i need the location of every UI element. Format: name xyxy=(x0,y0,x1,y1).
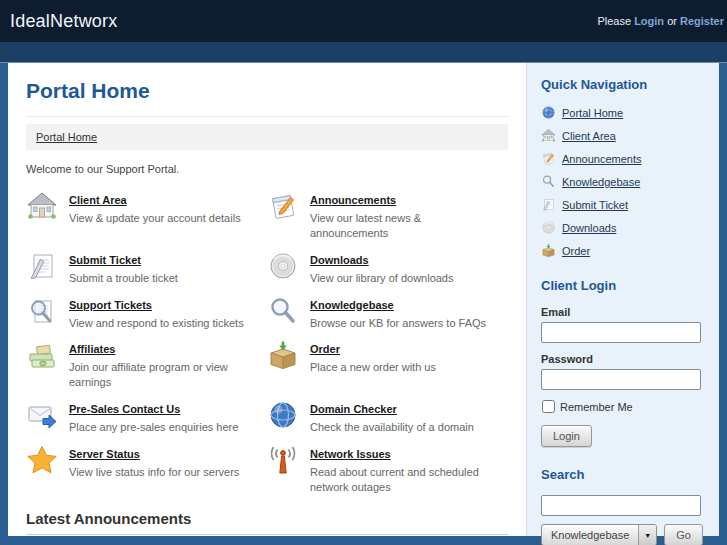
sidebar-item-knowledgebase[interactable]: Knowledgebase xyxy=(541,174,705,189)
search-heading: Search xyxy=(541,467,705,482)
grid-item-order: Order Place a new order with us xyxy=(267,339,508,390)
grid-item-presales-contact: Pre-Sales Contact Us Place any pre-sales… xyxy=(26,399,267,435)
knowledgebase-desc: Browse our KB for answers to FAQs xyxy=(310,316,500,331)
domain-checker-desc: Check the availability of a domain xyxy=(310,420,488,435)
globe-icon xyxy=(267,399,299,431)
sidebar-item-downloads[interactable]: Downloads xyxy=(541,220,705,235)
latest-announcements-heading: Latest Announcements xyxy=(26,510,508,535)
network-issues-link[interactable]: Network Issues xyxy=(310,448,391,460)
package-icon xyxy=(541,243,556,258)
grid-item-submit-ticket: Submit Ticket Submit a trouble ticket xyxy=(26,250,267,286)
downloads-link[interactable]: Downloads xyxy=(310,254,369,266)
antenna-icon xyxy=(267,444,299,476)
sidebar-knowledgebase-link[interactable]: Knowledgebase xyxy=(562,176,640,188)
sidebar-downloads-link[interactable]: Downloads xyxy=(562,222,616,234)
go-button[interactable]: Go xyxy=(664,524,703,545)
breadcrumb-portal-home-link[interactable]: Portal Home xyxy=(36,131,97,143)
support-tickets-link[interactable]: Support Tickets xyxy=(69,299,152,311)
page-title: Portal Home xyxy=(26,79,508,117)
welcome-text: Welcome to our Support Portal. xyxy=(26,163,508,175)
disc-icon xyxy=(541,220,556,235)
house-icon xyxy=(541,128,556,143)
email-field[interactable] xyxy=(541,322,701,343)
downloads-desc: View our library of downloads xyxy=(310,271,467,286)
write-note-icon xyxy=(26,250,58,282)
globe-icon xyxy=(541,105,556,120)
grid-item-network-issues: Network Issues Read about current and sc… xyxy=(267,444,508,495)
sidebar-order-link[interactable]: Order xyxy=(562,245,590,257)
submit-ticket-link[interactable]: Submit Ticket xyxy=(69,254,141,266)
search-category-select[interactable]: Knowledgebase ▼ xyxy=(541,524,657,545)
announcements-link[interactable]: Announcements xyxy=(310,194,396,206)
please-text: Please xyxy=(597,15,631,27)
sidebar-item-submit-ticket[interactable]: Submit Ticket xyxy=(541,197,705,212)
sidebar-announcements-link[interactable]: Announcements xyxy=(562,153,642,165)
grid-row: Pre-Sales Contact Us Place any pre-sales… xyxy=(26,399,508,435)
affiliates-link[interactable]: Affiliates xyxy=(69,343,115,355)
password-label: Password xyxy=(541,353,705,365)
money-icon xyxy=(26,339,58,371)
network-issues-desc: Read about current and scheduled network… xyxy=(310,465,508,495)
grid-row: Server Status View live status info for … xyxy=(26,444,508,495)
chevron-down-icon: ▼ xyxy=(638,525,656,545)
grid-row: Affiliates Join our affiliate program or… xyxy=(26,339,508,390)
server-status-link[interactable]: Server Status xyxy=(69,448,140,460)
magnifier-icon xyxy=(541,174,556,189)
sidebar-portal-home-link[interactable]: Portal Home xyxy=(562,107,623,119)
star-icon xyxy=(26,444,58,476)
grid-item-knowledgebase: Knowledgebase Browse our KB for answers … xyxy=(267,295,508,331)
knowledgebase-link[interactable]: Knowledgebase xyxy=(310,299,394,311)
main-content: Portal Home Portal Home Welcome to our S… xyxy=(8,63,526,536)
grid-item-affiliates: Affiliates Join our affiliate program or… xyxy=(26,339,267,390)
sidebar-item-portal-home[interactable]: Portal Home xyxy=(541,105,705,120)
client-area-link[interactable]: Client Area xyxy=(69,194,127,206)
notepad-pencil-icon xyxy=(541,151,556,166)
sidebar-item-order[interactable]: Order xyxy=(541,243,705,258)
sidebar: Quick Navigation Portal Home Client Area… xyxy=(526,63,719,536)
sidebar-item-announcements[interactable]: Announcements xyxy=(541,151,705,166)
auth-links: Please Login or Register xyxy=(597,15,724,27)
write-note-icon xyxy=(541,197,556,212)
search-document-icon xyxy=(26,295,58,327)
grid-item-client-area: Client Area View & update your account d… xyxy=(26,190,267,241)
domain-checker-link[interactable]: Domain Checker xyxy=(310,403,397,415)
password-field[interactable] xyxy=(541,369,701,390)
app-header: IdealNetworx Please Login or Register xyxy=(0,0,727,42)
login-button[interactable]: Login xyxy=(541,425,592,447)
client-login-heading: Client Login xyxy=(541,278,705,293)
grid-item-server-status: Server Status View live status info for … xyxy=(26,444,267,495)
header-band xyxy=(0,42,727,63)
order-link[interactable]: Order xyxy=(310,343,340,355)
register-link[interactable]: Register xyxy=(680,15,724,27)
search-input[interactable] xyxy=(541,495,701,516)
submit-ticket-desc: Submit a trouble ticket xyxy=(69,271,192,286)
site-logo[interactable]: IdealNetworx xyxy=(10,11,117,32)
sidebar-client-area-link[interactable]: Client Area xyxy=(562,130,616,142)
grid-item-downloads: Downloads View our library of downloads xyxy=(267,250,508,286)
grid-item-announcements: Announcements View our latest news & ann… xyxy=(267,190,508,241)
notepad-pencil-icon xyxy=(267,190,299,222)
breadcrumb: Portal Home xyxy=(26,124,508,150)
remember-me-label: Remember Me xyxy=(560,401,633,413)
or-text: or xyxy=(667,15,677,27)
sidebar-submit-ticket-link[interactable]: Submit Ticket xyxy=(562,199,628,211)
remember-me-checkbox[interactable] xyxy=(542,400,555,413)
content-wrapper: Portal Home Portal Home Welcome to our S… xyxy=(8,63,719,536)
login-link[interactable]: Login xyxy=(634,15,664,27)
presales-contact-link[interactable]: Pre-Sales Contact Us xyxy=(69,403,180,415)
order-desc: Place a new order with us xyxy=(310,360,450,375)
search-category-value: Knowledgebase xyxy=(542,525,638,545)
grid-row: Client Area View & update your account d… xyxy=(26,190,508,241)
server-status-desc: View live status info for our servers xyxy=(69,465,253,480)
disc-icon xyxy=(267,250,299,282)
mail-arrow-icon xyxy=(26,399,58,431)
affiliates-desc: Join our affiliate program or view earni… xyxy=(69,360,267,390)
house-icon xyxy=(26,190,58,222)
announcements-desc: View our latest news & announcements xyxy=(310,211,508,241)
email-label: Email xyxy=(541,306,705,318)
grid-row: Submit Ticket Submit a trouble ticket Do… xyxy=(26,250,508,286)
support-tickets-desc: View and respond to existing tickets xyxy=(69,316,258,331)
client-area-desc: View & update your account details xyxy=(69,211,255,226)
grid-item-support-tickets: Support Tickets View and respond to exis… xyxy=(26,295,267,331)
sidebar-item-client-area[interactable]: Client Area xyxy=(541,128,705,143)
